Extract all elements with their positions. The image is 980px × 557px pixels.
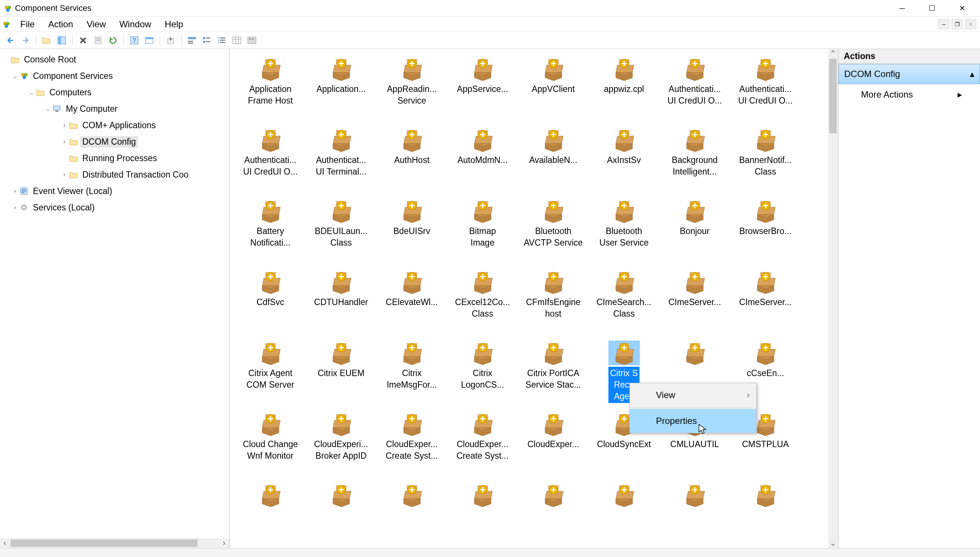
dcom-item[interactable]: appwiz.cpl bbox=[589, 54, 659, 124]
dcom-item[interactable]: CImeServer... bbox=[730, 267, 801, 337]
chevron-right-icon[interactable]: › bbox=[10, 204, 20, 211]
help-button[interactable]: ? bbox=[127, 34, 141, 47]
dcom-item[interactable]: BannerNotif... Class bbox=[730, 124, 801, 195]
dcom-item[interactable]: BDEUILaun... Class bbox=[306, 195, 376, 267]
dcom-item[interactable]: Authenticati... UI CredUI O... bbox=[235, 124, 306, 195]
chevron-right-icon[interactable]: › bbox=[60, 122, 69, 129]
chevron-down-icon[interactable]: ⌵ bbox=[27, 89, 36, 96]
chevron-down-icon[interactable]: ⌵ bbox=[10, 73, 20, 80]
dcom-item[interactable] bbox=[589, 480, 659, 548]
up-button[interactable] bbox=[40, 34, 54, 47]
menu-view[interactable]: View bbox=[80, 17, 113, 32]
dcom-item[interactable]: CloudExperi... Broker AppID bbox=[306, 409, 376, 480]
dcom-item[interactable]: Bonjour bbox=[659, 195, 730, 267]
maximize-button[interactable]: ☐ bbox=[917, 1, 947, 16]
dcom-item[interactable]: AppReadin... Service bbox=[376, 54, 447, 124]
dcom-item[interactable] bbox=[376, 480, 447, 548]
tree-complus[interactable]: › COM+ Applications bbox=[0, 117, 229, 134]
menu-action[interactable]: Action bbox=[41, 17, 80, 32]
tree-event-viewer[interactable]: › Event Viewer (Local) bbox=[0, 183, 229, 199]
forward-button[interactable] bbox=[19, 34, 32, 47]
dcom-item[interactable]: CElevateWl... bbox=[376, 267, 447, 337]
tree-component-services[interactable]: ⌵ Component Services bbox=[0, 68, 229, 84]
dcom-item[interactable] bbox=[447, 480, 518, 548]
dcom-item[interactable]: AxInstSv bbox=[589, 124, 659, 195]
dcom-item[interactable]: CExcel12Co... Class bbox=[447, 267, 518, 337]
dcom-item[interactable]: AppVClient bbox=[518, 54, 589, 124]
view-small-button[interactable] bbox=[200, 34, 214, 47]
dcom-item[interactable]: Background Intelligent... bbox=[659, 124, 730, 195]
menu-window[interactable]: Window bbox=[113, 17, 158, 32]
scroll-thumb[interactable] bbox=[829, 59, 837, 134]
dcom-item[interactable]: Bitmap Image bbox=[447, 195, 518, 267]
view-detail-button[interactable] bbox=[230, 34, 243, 47]
dcom-item[interactable] bbox=[306, 480, 376, 548]
dcom-item[interactable]: Citrix Agent COM Server bbox=[235, 337, 306, 409]
export-button[interactable] bbox=[164, 34, 177, 47]
dcom-item[interactable]: Citrix PortICA Service Stac... bbox=[518, 337, 589, 409]
show-hide-tree-button[interactable] bbox=[55, 34, 69, 47]
tree-my-computer[interactable]: ⌵ My Computer bbox=[0, 101, 229, 117]
dcom-item[interactable]: CImeServer... bbox=[659, 267, 730, 337]
collapse-icon[interactable]: ▴ bbox=[970, 69, 974, 79]
dcom-item[interactable]: Authenticat... UI Terminal... bbox=[306, 124, 376, 195]
view-status-button[interactable] bbox=[185, 34, 199, 47]
tree-running-processes[interactable]: Running Processes bbox=[0, 150, 229, 166]
dcom-item[interactable]: CloudExper... bbox=[518, 409, 589, 480]
chevron-right-icon[interactable]: › bbox=[10, 188, 20, 194]
dcom-item[interactable]: Authenticati... UI CredUI O... bbox=[730, 54, 801, 124]
chevron-down-icon[interactable]: ⌵ bbox=[43, 106, 52, 112]
list-vscroll[interactable]: ⌃ ⌄ bbox=[828, 49, 838, 548]
dcom-item[interactable]: BdeUISrv bbox=[376, 195, 447, 267]
actions-more[interactable]: More Actions ▸ bbox=[839, 84, 980, 105]
dcom-item[interactable]: Bluetooth User Service bbox=[589, 195, 659, 267]
view-large-button[interactable] bbox=[245, 34, 258, 47]
dcom-item[interactable]: AvailableN... bbox=[518, 124, 589, 195]
mdi-restore-button[interactable]: ❐ bbox=[952, 20, 963, 29]
close-button[interactable]: ✕ bbox=[947, 1, 977, 16]
dcom-item[interactable]: CdfSvc bbox=[235, 267, 306, 337]
dcom-item[interactable]: CImeSearch... Class bbox=[589, 267, 659, 337]
dcom-item[interactable]: Application Frame Host bbox=[235, 54, 306, 124]
context-properties[interactable]: Properties bbox=[630, 409, 756, 433]
dcom-item[interactable]: CDTUHandler bbox=[306, 267, 376, 337]
dcom-item[interactable]: Citrix EUEM bbox=[306, 337, 376, 409]
dcom-item[interactable] bbox=[659, 480, 730, 548]
chevron-right-icon[interactable]: › bbox=[60, 138, 69, 145]
view-list-button[interactable] bbox=[215, 34, 229, 47]
scroll-left-icon[interactable]: ‹ bbox=[0, 538, 10, 548]
refresh-button[interactable] bbox=[106, 34, 120, 47]
dcom-item[interactable]: CloudExper... Create Syst... bbox=[376, 409, 447, 480]
tree-dcom-config[interactable]: › DCOM Config bbox=[0, 134, 229, 150]
scroll-up-icon[interactable]: ⌃ bbox=[828, 49, 838, 59]
dcom-item[interactable] bbox=[730, 480, 801, 548]
properties-button[interactable] bbox=[91, 34, 105, 47]
dcom-item[interactable]: Citrix LogonCS... bbox=[447, 337, 518, 409]
minimize-button[interactable]: ─ bbox=[887, 1, 917, 16]
mdi-minimize-button[interactable]: ─ bbox=[938, 20, 949, 29]
dcom-item[interactable]: BrowserBro... bbox=[730, 195, 801, 267]
dcom-item[interactable] bbox=[518, 480, 589, 548]
dcom-item[interactable]: Battery Notificati... bbox=[235, 195, 306, 267]
dcom-item[interactable]: Application... bbox=[306, 54, 376, 124]
tree-computers[interactable]: ⌵ Computers bbox=[0, 84, 229, 101]
mdi-close-button[interactable]: ✕ bbox=[965, 20, 976, 29]
delete-button[interactable] bbox=[76, 34, 90, 47]
actions-section[interactable]: DCOM Config ▴ bbox=[839, 64, 980, 84]
dcom-item[interactable]: Authenticati... UI CredUI O... bbox=[659, 54, 730, 124]
tree-dtc[interactable]: › Distributed Transaction Coo bbox=[0, 166, 229, 183]
dcom-item[interactable]: AppService... bbox=[447, 54, 518, 124]
dcom-item[interactable]: CFmIfsEngine host bbox=[518, 267, 589, 337]
dcom-item[interactable]: Bluetooth AVCTP Service bbox=[518, 195, 589, 267]
menu-file[interactable]: File bbox=[13, 17, 41, 32]
scroll-thumb[interactable] bbox=[10, 539, 198, 547]
context-view[interactable]: View bbox=[630, 383, 756, 407]
tree-hscroll[interactable]: ‹ › bbox=[0, 538, 229, 548]
dcom-item[interactable] bbox=[235, 480, 306, 548]
scroll-right-icon[interactable]: › bbox=[219, 538, 229, 548]
back-button[interactable] bbox=[4, 34, 17, 47]
chevron-right-icon[interactable]: › bbox=[60, 171, 69, 178]
dcom-item[interactable]: Cloud Change Wnf Monitor bbox=[235, 409, 306, 480]
dcom-item[interactable]: CloudExper... Create Syst... bbox=[447, 409, 518, 480]
new-window-button[interactable] bbox=[142, 34, 156, 47]
